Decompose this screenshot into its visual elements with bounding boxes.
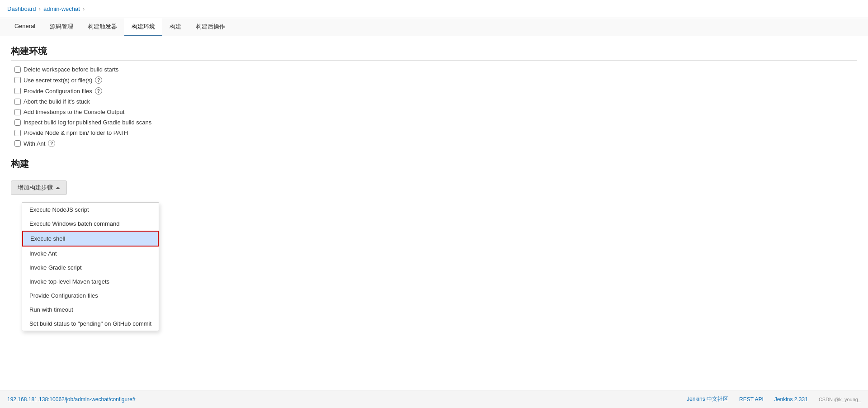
tab-general[interactable]: General <box>7 18 42 36</box>
add-step-button[interactable]: 增加构建步骤 <box>11 180 67 195</box>
dropdown-item-ant[interactable]: Invoke Ant <box>22 247 159 261</box>
checkbox-cb5[interactable] <box>14 109 21 115</box>
checkbox-label-cb3: Provide Configuration files <box>24 88 92 95</box>
checkbox-cb8[interactable] <box>14 140 21 147</box>
checkbox-row-cb4: Abort the build if it's stuck <box>14 98 857 105</box>
footer-links: Jenkins 中文社区REST APIJenkins 2.331CSDN @k… <box>687 395 861 403</box>
tab-source[interactable]: 源码管理 <box>42 18 80 36</box>
nav-dashboard[interactable]: Dashboard <box>7 5 36 12</box>
dropdown-item-shell[interactable]: Execute shell <box>22 231 159 247</box>
checkbox-row-cb6: Inspect build log for published Gradle b… <box>14 119 857 126</box>
main-content: General源码管理构建触发器构建环境构建构建后操作 构建环境 Delete … <box>0 18 868 390</box>
checkbox-label-cb8: With Ant <box>24 140 45 147</box>
footer-csdn: CSDN @k_young_ <box>819 397 861 402</box>
tab-bar: General源码管理构建触发器构建环境构建构建后操作 <box>0 18 868 36</box>
checkbox-row-cb5: Add timestamps to the Console Output <box>14 109 857 115</box>
checkbox-row-cb3: Provide Configuration files? <box>14 87 857 95</box>
build-section: 构建 增加构建步骤 Execute NodeJS scriptExecute W… <box>11 158 857 195</box>
breadcrumb: Dashboard › admin-wechat › <box>0 0 868 18</box>
dropdown-item-gradle[interactable]: Invoke Gradle script <box>22 261 159 275</box>
checkbox-row-cb8: With Ant? <box>14 140 857 147</box>
dropdown-item-maven[interactable]: Invoke top-level Maven targets <box>22 275 159 289</box>
checkbox-cb2[interactable] <box>14 77 21 83</box>
checkbox-row-cb7: Provide Node & npm bin/ folder to PATH <box>14 129 857 136</box>
checkbox-row-cb2: Use secret text(s) or file(s)? <box>14 76 857 84</box>
footer-link-version[interactable]: Jenkins 2.331 <box>774 396 808 403</box>
checkbox-label-cb1: Delete workspace before build starts <box>24 66 118 73</box>
tab-env[interactable]: 构建环境 <box>124 18 162 36</box>
page-body: 构建环境 Delete workspace before build start… <box>0 36 868 390</box>
footer-link-community[interactable]: Jenkins 中文社区 <box>687 395 728 403</box>
nav-project[interactable]: admin-wechat <box>43 5 80 12</box>
checkbox-cb3[interactable] <box>14 88 21 94</box>
nav-separator-1: › <box>39 5 41 12</box>
build-step-dropdown: Execute NodeJS scriptExecute Windows bat… <box>22 202 159 331</box>
checkbox-label-cb6: Inspect build log for published Gradle b… <box>24 119 151 126</box>
tab-trigger[interactable]: 构建触发器 <box>80 18 124 36</box>
footer-link-restapi[interactable]: REST API <box>739 396 764 403</box>
footer-url: 192.168.181.138:10062/job/admin-wechat/c… <box>7 396 136 403</box>
help-icon-cb3[interactable]: ? <box>95 87 102 95</box>
checkbox-label-cb4: Abort the build if it's stuck <box>24 98 90 105</box>
dropdown-item-windows[interactable]: Execute Windows batch command <box>22 217 159 231</box>
build-env-title: 构建环境 <box>11 45 857 61</box>
checkbox-cb6[interactable] <box>14 119 21 126</box>
checkbox-cb7[interactable] <box>14 130 21 136</box>
build-env-checkboxes: Delete workspace before build startsUse … <box>14 66 857 147</box>
tab-post[interactable]: 构建后操作 <box>189 18 232 36</box>
checkbox-cb1[interactable] <box>14 66 21 73</box>
checkbox-label-cb2: Use secret text(s) or file(s) <box>24 77 92 84</box>
add-step-label: 增加构建步骤 <box>18 184 53 192</box>
checkbox-label-cb7: Provide Node & npm bin/ folder to PATH <box>24 129 128 136</box>
dropdown-item-github[interactable]: Set build status to "pending" on GitHub … <box>22 317 159 331</box>
checkbox-row-cb1: Delete workspace before build starts <box>14 66 857 73</box>
dropdown-item-config[interactable]: Provide Configuration files <box>22 289 159 303</box>
tab-build[interactable]: 构建 <box>162 18 189 36</box>
dropdown-item-timeout[interactable]: Run with timeout <box>22 303 159 317</box>
chevron-up-icon <box>56 187 60 189</box>
build-section-title: 构建 <box>11 158 857 173</box>
nav-separator-2: › <box>83 5 85 12</box>
checkbox-label-cb5: Add timestamps to the Console Output <box>24 109 124 115</box>
checkbox-cb4[interactable] <box>14 99 21 105</box>
help-icon-cb2[interactable]: ? <box>95 76 102 84</box>
footer: 192.168.181.138:10062/job/admin-wechat/c… <box>0 390 868 408</box>
help-icon-cb8[interactable]: ? <box>48 140 55 147</box>
dropdown-item-nodejs[interactable]: Execute NodeJS script <box>22 203 159 217</box>
